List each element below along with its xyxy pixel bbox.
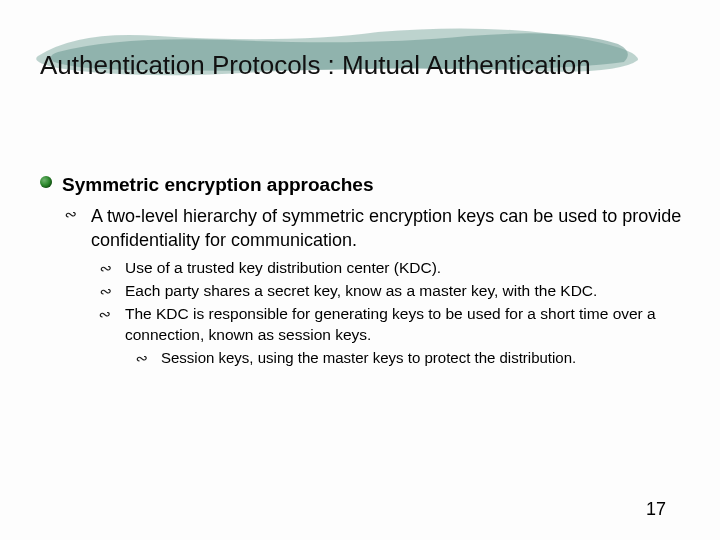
- bullet-level1: Symmetric encryption approaches: [40, 172, 690, 198]
- bullet-level4: ∾ Session keys, using the master keys to…: [136, 348, 690, 368]
- bullet-level3: ∾ Use of a trusted key distribution cent…: [100, 258, 690, 279]
- bullet-level3-text: Use of a trusted key distribution center…: [125, 258, 441, 279]
- bullet-level2-text: A two-level hierarchy of symmetric encry…: [91, 204, 690, 253]
- bullet-level3: ∾ The KDC is responsible for generating …: [100, 304, 690, 346]
- page-number: 17: [646, 499, 666, 520]
- slide-body: Symmetric encryption approaches ∾ A two-…: [40, 172, 690, 370]
- scribble-bullet-icon: ∾: [98, 305, 117, 346]
- bullet-level3: ∾ Each party shares a secret key, know a…: [100, 281, 690, 302]
- scribble-bullet-icon: ∾: [135, 349, 152, 369]
- scribble-bullet-icon: ∾: [64, 205, 84, 253]
- sphere-bullet-icon: [40, 176, 52, 188]
- bullet-level1-text: Symmetric encryption approaches: [62, 172, 374, 198]
- scribble-bullet-icon: ∾: [99, 282, 116, 302]
- bullet-level2: ∾ A two-level hierarchy of symmetric enc…: [66, 204, 690, 253]
- bullet-level3-text: The KDC is responsible for generating ke…: [125, 304, 690, 346]
- bullet-level4-text: Session keys, using the master keys to p…: [161, 348, 576, 368]
- bullet-level3-text: Each party shares a secret key, know as …: [125, 281, 597, 302]
- slide-title: Authentication Protocols : Mutual Authen…: [40, 50, 591, 81]
- scribble-bullet-icon: ∾: [99, 260, 116, 280]
